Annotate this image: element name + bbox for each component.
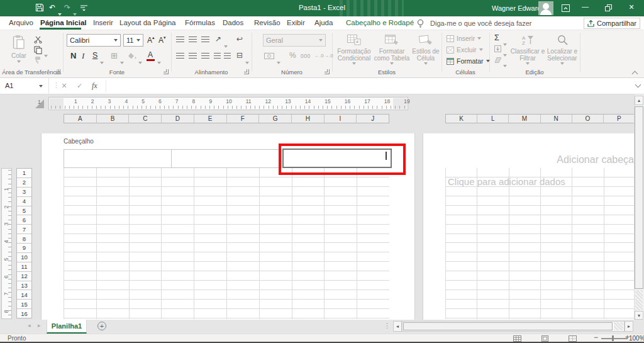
tab-pagina-inicial[interactable]: Página Inicial	[40, 19, 87, 26]
column-header[interactable]: I	[325, 115, 357, 123]
grow-font-button[interactable]: A▴	[147, 35, 155, 45]
autosum-icon[interactable]: Σ	[494, 33, 499, 42]
row-header[interactable]: 4	[17, 197, 31, 206]
cut-icon[interactable]	[34, 36, 42, 43]
ribbon-display-options-icon[interactable]	[562, 4, 570, 12]
copy-dropdown-icon[interactable]	[44, 48, 48, 60]
new-sheet-icon[interactable]: +	[97, 322, 106, 330]
shrink-font-button[interactable]: A▾	[158, 35, 166, 45]
tell-me-box[interactable]: Diga-me o que você deseja fazer	[430, 20, 531, 27]
number-dialog-launcher[interactable]	[325, 69, 330, 74]
view-page-break-icon[interactable]	[569, 335, 577, 342]
close-button[interactable]: ×	[629, 3, 634, 11]
hscroll-right-icon[interactable]: ▸	[625, 321, 633, 332]
orientation-dropdown-icon[interactable]	[224, 39, 228, 50]
row-header[interactable]: 14	[17, 290, 31, 300]
header-left-box[interactable]	[64, 149, 172, 168]
merge-dropdown-icon[interactable]	[245, 55, 249, 67]
row-header[interactable]: 7	[17, 225, 31, 234]
tab-cabecalho-e-rodape[interactable]: Cabeçalho e Rodapé	[346, 19, 414, 26]
zoom-slider-thumb[interactable]	[612, 335, 614, 341]
format-painter-icon[interactable]	[34, 56, 42, 64]
row-header[interactable]: 8	[17, 234, 31, 244]
tab-ajuda[interactable]: Ajuda	[314, 19, 333, 26]
sheet-next-icon[interactable]: ▸	[38, 322, 41, 329]
align-right-icon[interactable]	[201, 53, 209, 59]
worksheet-grid-page2[interactable]	[445, 168, 635, 319]
column-header[interactable]: P	[604, 115, 635, 123]
row-header[interactable]: 3	[17, 188, 31, 197]
tab-inserir[interactable]: Inserir	[93, 19, 113, 26]
zoom-level[interactable]: 100%	[629, 335, 643, 342]
merge-center-icon[interactable]: ⊟	[236, 51, 243, 60]
minimize-button[interactable]: —	[582, 3, 589, 10]
vertical-scroll-thumb[interactable]	[635, 106, 643, 289]
column-header[interactable]: K	[446, 115, 477, 123]
column-header[interactable]: H	[292, 115, 325, 123]
formula-bar-grip[interactable]: ⋮	[53, 81, 60, 89]
user-name[interactable]: Wagner Edwards	[492, 4, 545, 12]
horizontal-scroll-thumb[interactable]	[403, 322, 613, 330]
name-box-dropdown-icon[interactable]	[39, 85, 43, 87]
increase-indent-icon[interactable]	[224, 53, 231, 59]
tab-scroll-grip[interactable]: ⋮	[384, 322, 391, 330]
align-left-icon[interactable]	[176, 53, 184, 59]
avatar[interactable]	[538, 1, 553, 15]
underline-dropdown-icon[interactable]	[100, 55, 104, 67]
worksheet-grid-page1[interactable]	[64, 168, 389, 319]
row-header[interactable]: 1	[17, 169, 31, 178]
borders-dropdown-icon[interactable]	[120, 55, 124, 67]
row-header[interactable]: 15	[17, 300, 31, 309]
font-color-dropdown-icon[interactable]	[157, 55, 161, 67]
row-header[interactable]: 11	[17, 262, 31, 272]
column-header[interactable]: N	[541, 115, 572, 123]
header-center-box[interactable]	[171, 149, 282, 168]
add-data-placeholder[interactable]: Clique para adicionar dados	[448, 176, 565, 187]
borders-icon[interactable]: ⊞	[111, 51, 118, 60]
cancel-icon[interactable]: ×	[62, 81, 67, 91]
qat-customize-icon[interactable]	[80, 4, 87, 11]
copy-icon[interactable]	[34, 46, 42, 54]
font-size-combo[interactable]: 11	[123, 34, 143, 47]
column-header[interactable]: J	[357, 115, 389, 123]
row-header[interactable]: 10	[17, 253, 31, 262]
column-header[interactable]: D	[162, 115, 194, 123]
row-header[interactable]: 5	[17, 206, 31, 216]
zoom-out-icon[interactable]: −	[594, 333, 598, 342]
tab-revisao[interactable]: Revisão	[254, 19, 280, 26]
tab-dados[interactable]: Dados	[223, 19, 243, 26]
clipboard-dialog-launcher[interactable]	[55, 69, 60, 74]
share-button[interactable]: Compartilhar	[584, 18, 640, 29]
row-header[interactable]: 16	[17, 309, 31, 318]
bold-button[interactable]: N	[70, 51, 76, 60]
row-header[interactable]: 9	[17, 244, 31, 253]
sheet-tab-planilha1[interactable]: Planilha1	[47, 320, 87, 334]
align-top-icon[interactable]	[176, 37, 184, 42]
paste-button[interactable]: Colar	[6, 33, 31, 72]
column-header[interactable]: O	[572, 115, 604, 123]
column-header[interactable]: B	[97, 115, 130, 123]
view-page-layout-icon[interactable]	[541, 335, 549, 342]
zoom-slider-track[interactable]	[601, 338, 627, 339]
column-header[interactable]: G	[259, 115, 292, 123]
tab-exibir[interactable]: Exibir	[287, 19, 305, 26]
formula-input[interactable]	[107, 78, 633, 94]
column-header[interactable]: A	[64, 115, 97, 123]
align-middle-icon[interactable]	[189, 37, 197, 42]
name-box[interactable]: A1	[0, 78, 49, 94]
column-header[interactable]: L	[477, 115, 509, 123]
align-bottom-icon[interactable]	[201, 37, 209, 42]
row-header[interactable]: 6	[17, 215, 31, 225]
undo-icon[interactable]: ↶	[49, 4, 55, 11]
orientation-icon[interactable]: ↗	[215, 35, 221, 43]
fill-color-icon[interactable]	[128, 53, 137, 60]
tab-formulas[interactable]: Fórmulas	[185, 19, 215, 26]
hscroll-left-icon[interactable]: ◂	[393, 321, 402, 332]
italic-button[interactable]: I	[82, 51, 84, 61]
underline-button[interactable]: S	[92, 51, 97, 60]
wrap-text-icon[interactable]: ↩	[236, 35, 243, 43]
row-header[interactable]: 2	[17, 178, 31, 188]
view-normal-icon[interactable]	[513, 335, 521, 342]
tab-arquivo[interactable]: Arquivo	[9, 19, 33, 26]
add-header-placeholder[interactable]: Adicionar cabeça	[440, 154, 634, 166]
